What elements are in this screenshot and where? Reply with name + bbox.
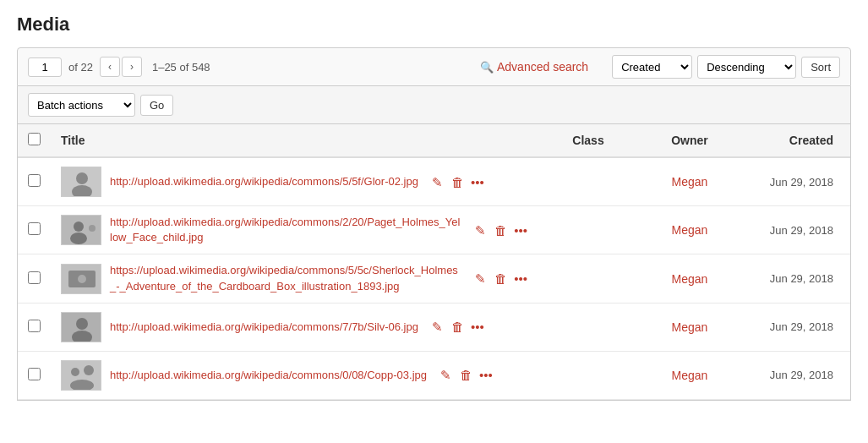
thumbnail <box>61 215 101 245</box>
row-actions: ✎ 🗑 ••• <box>473 271 527 287</box>
owner-link[interactable]: Megan <box>672 272 708 286</box>
title-header: Title <box>51 124 538 157</box>
sort-field-select[interactable]: Created Title Owner <box>612 55 692 79</box>
more-actions-button[interactable]: ••• <box>471 175 484 189</box>
thumbnail <box>61 167 101 197</box>
delete-button[interactable]: 🗑 <box>450 174 466 190</box>
owner-link[interactable]: Megan <box>672 175 708 189</box>
class-cell <box>538 206 639 254</box>
table-header-row: Title Class Owner Created <box>18 124 850 157</box>
go-button[interactable]: Go <box>140 95 173 116</box>
toolbar: of 22 ‹ › 1–25 of 548 🔍 Advanced search … <box>17 47 851 86</box>
row-checkbox[interactable] <box>28 222 41 235</box>
row-actions: ✎ 🗑 ••• <box>439 367 493 383</box>
title-link[interactable]: https://upload.wikimedia.org/wikipedia/c… <box>110 263 461 293</box>
title-cell: https://upload.wikimedia.org/wikipedia/c… <box>51 254 538 303</box>
select-all-checkbox[interactable] <box>28 133 41 145</box>
svg-point-6 <box>89 225 96 232</box>
more-actions-button[interactable]: ••• <box>514 223 527 238</box>
title-link[interactable]: http://upload.wikimedia.org/wikipedia/co… <box>110 368 427 383</box>
of-label: of 22 <box>68 61 93 74</box>
created-cell: Jun 29, 2018 <box>740 254 850 303</box>
class-header: Class <box>538 124 639 157</box>
svg-point-4 <box>74 222 84 232</box>
title-link[interactable]: http://upload.wikimedia.org/wikipedia/co… <box>110 215 461 245</box>
row-checkbox[interactable] <box>28 174 41 187</box>
class-cell <box>538 254 639 303</box>
more-actions-button[interactable]: ••• <box>479 368 493 382</box>
owner-cell: Megan <box>639 303 740 351</box>
owner-cell: Megan <box>639 254 740 303</box>
row-actions: ✎ 🗑 ••• <box>430 174 484 190</box>
row-checkbox[interactable] <box>28 320 41 332</box>
result-count: 1–25 of 548 <box>152 61 210 74</box>
more-actions-button[interactable]: ••• <box>514 271 527 286</box>
delete-button[interactable]: 🗑 <box>450 319 466 335</box>
delete-button[interactable]: 🗑 <box>493 222 509 238</box>
created-cell: Jun 29, 2018 <box>740 206 850 254</box>
created-cell: Jun 29, 2018 <box>740 351 850 399</box>
batch-actions-bar: Batch actions Go <box>17 86 851 124</box>
thumbnail <box>61 264 101 294</box>
row-checkbox[interactable] <box>28 368 41 380</box>
media-table: Title Class Owner Created <box>18 124 850 400</box>
row-checkbox[interactable] <box>28 271 41 284</box>
svg-point-14 <box>71 368 79 376</box>
media-table-wrapper: Title Class Owner Created <box>17 124 851 401</box>
row-checkbox-cell <box>18 303 51 351</box>
created-cell: Jun 29, 2018 <box>740 157 850 206</box>
class-cell <box>538 351 639 399</box>
edit-button[interactable]: ✎ <box>430 174 445 190</box>
class-cell <box>538 303 639 351</box>
class-cell <box>538 157 639 206</box>
title-cell: http://upload.wikimedia.org/wikipedia/co… <box>51 351 538 399</box>
title-link[interactable]: http://upload.wikimedia.org/wikipedia/co… <box>110 320 418 335</box>
sort-button[interactable]: Sort <box>801 57 840 78</box>
edit-button[interactable]: ✎ <box>439 367 453 383</box>
title-cell: http://upload.wikimedia.org/wikipedia/co… <box>51 303 538 351</box>
owner-link[interactable]: Megan <box>672 320 708 334</box>
owner-link[interactable]: Megan <box>672 369 708 382</box>
next-page-button[interactable]: › <box>122 57 142 77</box>
edit-button[interactable]: ✎ <box>473 222 488 238</box>
title-cell: http://upload.wikimedia.org/wikipedia/co… <box>51 157 538 206</box>
row-checkbox-cell <box>18 206 51 254</box>
select-all-header <box>18 124 51 157</box>
owner-cell: Megan <box>639 157 740 206</box>
title-cell: http://upload.wikimedia.org/wikipedia/co… <box>51 206 538 254</box>
pagination-nav: ‹ › <box>100 57 142 77</box>
svg-point-11 <box>76 318 88 330</box>
svg-point-15 <box>84 365 94 375</box>
row-checkbox-cell <box>18 254 51 303</box>
table-row: http://upload.wikimedia.org/wikipedia/co… <box>18 206 850 254</box>
sort-section: Created Title Owner Descending Ascending… <box>612 55 840 79</box>
owner-link[interactable]: Megan <box>672 223 708 237</box>
svg-point-1 <box>76 172 88 184</box>
edit-button[interactable]: ✎ <box>473 271 488 287</box>
advanced-search-link[interactable]: 🔍 Advanced search <box>480 60 588 74</box>
batch-actions-select[interactable]: Batch actions <box>28 93 135 117</box>
table-row: https://upload.wikimedia.org/wikipedia/c… <box>18 254 850 303</box>
row-checkbox-cell <box>18 157 51 206</box>
delete-button[interactable]: 🗑 <box>458 367 474 383</box>
page-number-input[interactable] <box>28 57 62 77</box>
table-row: http://upload.wikimedia.org/wikipedia/co… <box>18 351 850 399</box>
delete-button[interactable]: 🗑 <box>493 271 509 287</box>
thumbnail <box>61 360 101 391</box>
thumbnail <box>61 312 101 342</box>
created-header: Created <box>740 124 850 157</box>
title-link[interactable]: http://upload.wikimedia.org/wikipedia/co… <box>110 174 418 189</box>
owner-cell: Megan <box>639 206 740 254</box>
edit-button[interactable]: ✎ <box>430 319 445 335</box>
sort-order-select[interactable]: Descending Ascending <box>697 55 796 79</box>
prev-page-button[interactable]: ‹ <box>100 57 120 77</box>
row-checkbox-cell <box>18 351 51 399</box>
owner-cell: Megan <box>639 351 740 399</box>
row-actions: ✎ 🗑 ••• <box>473 222 527 238</box>
created-cell: Jun 29, 2018 <box>740 303 850 351</box>
svg-point-5 <box>70 232 87 244</box>
svg-point-9 <box>78 275 86 283</box>
table-row: http://upload.wikimedia.org/wikipedia/co… <box>18 157 850 206</box>
more-actions-button[interactable]: ••• <box>471 320 484 334</box>
table-body: http://upload.wikimedia.org/wikipedia/co… <box>18 157 850 399</box>
